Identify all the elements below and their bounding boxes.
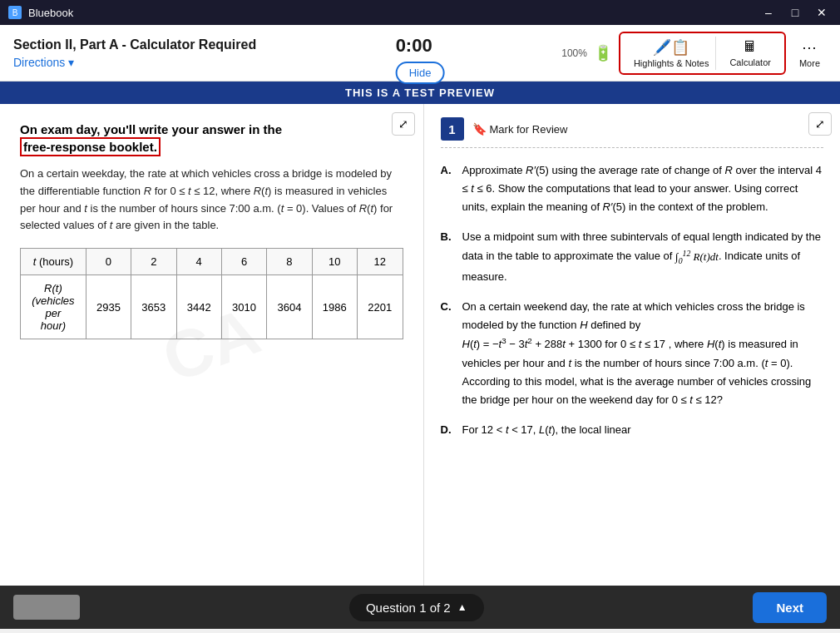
answer-parts: A. Approximate R′(5) using the average r… [441, 161, 824, 439]
part-d-content: For 12 < t < 17, L(t), the local linear [462, 421, 824, 439]
right-expand-button[interactable]: ⤢ [808, 112, 832, 136]
header-left: Section II, Part A - Calculator Required… [13, 37, 561, 69]
bottom-left-placeholder [13, 595, 80, 620]
calculator-icon: 🖩 [743, 38, 758, 56]
chevron-up-icon: ▲ [457, 601, 467, 613]
exam-day-note: On exam day, you'll write your answer in… [20, 121, 403, 156]
part-d-label: D. [441, 421, 457, 439]
calculator-button[interactable]: 🖩 Calculator [723, 37, 778, 69]
data-table: t (hours) 0 2 4 6 8 10 12 R(t)(vehiclesp… [20, 248, 403, 339]
directions-button[interactable]: Directions ▾ [13, 56, 561, 69]
battery-icon: 🔋 [594, 44, 612, 62]
minimize-button[interactable]: – [758, 5, 778, 20]
more-icon: ⋯ [802, 38, 817, 57]
maximize-button[interactable]: □ [785, 5, 805, 20]
part-c-content: On a certain weekend day, the rate at wh… [462, 298, 824, 409]
right-panel: ⤢ 1 🔖 Mark for Review A. Approximate R′(… [424, 104, 841, 586]
table-cell-8: 3604 [267, 275, 312, 339]
test-preview-banner: THIS IS A TEST PREVIEW [0, 82, 840, 104]
table-row: R(t)(vehiclesperhour) 2935 3653 3442 301… [21, 275, 403, 339]
left-expand-button[interactable]: ⤢ [392, 112, 415, 136]
table-header-2: 2 [131, 249, 176, 275]
part-b-label: B. [441, 228, 457, 286]
table-cell-12: 2201 [358, 275, 403, 339]
part-b-content: Use a midpoint sum with three subinterva… [462, 228, 824, 286]
part-c: C. On a certain weekend day, the rate at… [441, 298, 824, 409]
close-button[interactable]: ✕ [812, 5, 832, 20]
table-cell-6: 3010 [221, 275, 266, 339]
highlights-notes-button[interactable]: 🖊️📋 Highlights & Notes [627, 37, 717, 70]
table-cell-2: 3653 [131, 275, 176, 339]
table-cell-0: 2935 [86, 275, 131, 339]
table-cell-10: 1986 [312, 275, 357, 339]
table-rt-label: R(t)(vehiclesperhour) [21, 275, 86, 339]
exam-day-highlight: free-response booklet. [20, 137, 161, 156]
table-header-4: 4 [176, 249, 221, 275]
section-title: Section II, Part A - Calculator Required [13, 37, 561, 52]
part-a-label: A. [441, 161, 457, 216]
bookmark-icon: 🔖 [472, 122, 487, 136]
next-button[interactable]: Next [753, 592, 827, 623]
header-tools: 100% 🔋 🖊️📋 Highlights & Notes 🖩 Calculat… [561, 32, 827, 75]
part-b: B. Use a midpoint sum with three subinte… [441, 228, 824, 286]
more-button[interactable]: ⋯ More [793, 37, 827, 70]
table-header-t: t (hours) [21, 249, 86, 275]
window-controls: – □ ✕ [758, 5, 832, 20]
part-a: A. Approximate R′(5) using the average r… [441, 161, 824, 216]
timer-display: 0:00 [396, 35, 445, 57]
bottom-bar: Question 1 of 2 ▲ Next [0, 586, 840, 629]
hide-timer-button[interactable]: Hide [396, 62, 445, 84]
main-content: ⤢ On exam day, you'll write your answer … [0, 104, 840, 586]
table-header-10: 10 [312, 249, 357, 275]
highlights-calculator-group: 🖊️📋 Highlights & Notes 🖩 Calculator [619, 32, 786, 75]
problem-text: On a certain weekday, the rate at which … [20, 166, 403, 235]
left-panel: ⤢ On exam day, you'll write your answer … [0, 104, 424, 586]
part-c-label: C. [441, 298, 457, 409]
part-d: D. For 12 < t < 17, L(t), the local line… [441, 421, 824, 439]
titlebar: B Bluebook – □ ✕ [0, 0, 840, 25]
chevron-down-icon: ▾ [68, 56, 74, 69]
part-a-content: Approximate R′(5) using the average rate… [462, 161, 824, 216]
highlights-icon: 🖊️📋 [653, 38, 689, 57]
question-counter-button[interactable]: Question 1 of 2 ▲ [349, 594, 484, 621]
app-title: Bluebook [28, 7, 758, 19]
header: Section II, Part A - Calculator Required… [0, 25, 840, 82]
question-number-badge: 1 [441, 117, 464, 141]
table-cell-4: 3442 [176, 275, 221, 339]
app-icon: B [8, 6, 22, 19]
table-header-8: 8 [267, 249, 312, 275]
table-header-12: 12 [358, 249, 403, 275]
mark-for-review-button[interactable]: 🔖 Mark for Review [472, 122, 568, 136]
zoom-level: 100% [561, 47, 587, 59]
table-header-0: 0 [86, 249, 131, 275]
question-header: 1 🔖 Mark for Review [441, 117, 824, 148]
table-header-6: 6 [221, 249, 266, 275]
